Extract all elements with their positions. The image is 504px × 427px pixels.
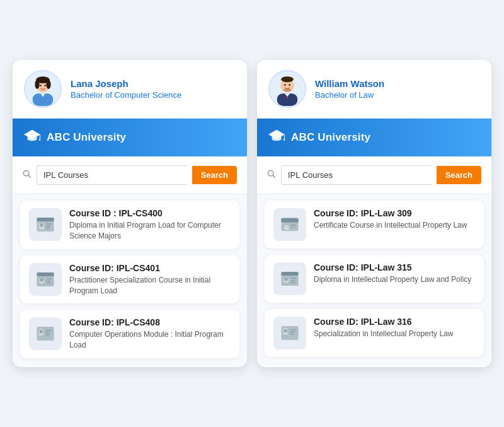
course-card[interactable]: Course ID: IPL-Law 315Diploma in Intelle… <box>265 255 484 303</box>
svg-rect-33 <box>45 334 50 336</box>
search-icon <box>23 170 32 180</box>
course-info: Course ID: IPL-CS408Computer Operations … <box>69 317 231 351</box>
svg-point-45 <box>284 139 285 141</box>
profile-header-right: William WatsonBachelor of Law <box>257 60 491 119</box>
svg-rect-54 <box>281 272 298 276</box>
course-id: Course ID: IPL-Law 315 <box>314 262 471 272</box>
search-button[interactable]: Search <box>192 166 237 184</box>
svg-rect-22 <box>37 272 54 276</box>
svg-point-56 <box>285 278 288 281</box>
course-id: Course ID : IPL-CS400 <box>69 208 231 218</box>
course-icon <box>29 317 62 350</box>
svg-line-47 <box>273 175 275 177</box>
svg-point-24 <box>40 278 43 281</box>
course-description: Computer Operations Module : Initial Pro… <box>69 329 231 351</box>
svg-point-30 <box>40 330 43 333</box>
course-list: Course ID : IPL-CS400Diploma in Initial … <box>13 194 247 367</box>
search-input[interactable] <box>281 165 432 185</box>
svg-rect-57 <box>291 278 297 279</box>
course-icon <box>273 208 306 241</box>
panel-right: William WatsonBachelor of Law ABC Univer… <box>257 60 491 367</box>
profile-name: Lana Joseph <box>71 78 181 89</box>
course-id: Course ID: IPL-Law 309 <box>314 208 467 218</box>
course-description: Diploma in Intellectual Property Law and… <box>314 274 471 285</box>
svg-rect-26 <box>47 280 51 281</box>
search-icon <box>267 170 276 180</box>
svg-rect-25 <box>47 278 52 279</box>
course-icon <box>273 262 306 295</box>
course-card[interactable]: Course ID: IPL-Law 309Certificate Course… <box>265 201 484 249</box>
course-info: Course ID: IPL-CS401Practitioner Special… <box>69 263 231 296</box>
panel-left: Lana JosephBachelor of Computer Science … <box>13 60 247 367</box>
course-card[interactable]: Course ID : IPL-CS400Diploma in Initial … <box>20 201 239 249</box>
svg-rect-51 <box>291 225 297 226</box>
search-bar: Search <box>13 156 247 194</box>
svg-rect-58 <box>291 280 295 281</box>
course-card[interactable]: Course ID: IPL-CS401Practitioner Special… <box>20 255 239 304</box>
course-icon <box>29 208 62 241</box>
course-description: Practitioner Specialization Course in In… <box>69 275 231 296</box>
course-card[interactable]: Course ID: IPL-Law 316Specialization in … <box>265 309 484 357</box>
svg-rect-18 <box>46 223 52 225</box>
svg-rect-32 <box>45 332 51 334</box>
svg-rect-65 <box>290 334 294 335</box>
svg-point-50 <box>284 225 290 231</box>
graduation-cap-icon <box>24 127 40 148</box>
profile-header-left: Lana JosephBachelor of Computer Science <box>13 60 247 119</box>
search-bar: Search <box>257 156 491 194</box>
svg-rect-20 <box>46 228 50 229</box>
svg-point-40 <box>289 84 290 86</box>
svg-rect-27 <box>47 283 52 284</box>
svg-line-13 <box>28 175 30 177</box>
search-input[interactable] <box>37 165 187 185</box>
svg-point-11 <box>39 139 40 141</box>
svg-rect-59 <box>291 282 296 283</box>
course-description: Diploma in Initial Program Load for Comp… <box>69 220 231 242</box>
svg-point-37 <box>281 76 294 82</box>
profile-degree: Bachelor of Computer Science <box>71 90 181 100</box>
course-info: Course ID : IPL-CS400Diploma in Initial … <box>69 208 231 242</box>
course-info: Course ID: IPL-Law 316Specialization in … <box>314 317 453 339</box>
avatar <box>24 70 62 108</box>
university-header: ABC University <box>257 119 491 156</box>
svg-rect-15 <box>37 218 54 221</box>
course-icon <box>273 317 306 349</box>
course-info: Course ID: IPL-Law 315Diploma in Intelle… <box>314 262 471 285</box>
svg-point-39 <box>284 84 286 86</box>
svg-point-5 <box>46 80 50 89</box>
university-header: ABC University <box>13 119 247 156</box>
svg-point-17 <box>40 223 43 226</box>
course-info: Course ID: IPL-Law 309Certificate Course… <box>314 208 467 231</box>
course-id: Course ID: IPL-CS401 <box>69 263 231 273</box>
svg-rect-52 <box>291 227 295 228</box>
profile-name: William Watson <box>315 78 384 89</box>
svg-point-6 <box>40 85 42 86</box>
profile-degree: Bachelor of Law <box>315 90 384 100</box>
svg-rect-64 <box>290 332 295 333</box>
university-name: ABC University <box>291 131 370 144</box>
svg-rect-49 <box>281 218 298 223</box>
course-description: Specialization in Intellectual Property … <box>314 329 453 339</box>
avatar <box>268 70 306 108</box>
svg-rect-63 <box>290 329 296 330</box>
main-container: Lana JosephBachelor of Computer Science … <box>13 60 491 367</box>
search-button[interactable]: Search <box>437 166 481 184</box>
course-id: Course ID: IPL-CS408 <box>69 317 231 327</box>
svg-point-7 <box>44 85 46 86</box>
course-id: Course ID: IPL-Law 316 <box>314 317 453 327</box>
course-list: Course ID: IPL-Law 309Certificate Course… <box>257 194 491 366</box>
svg-point-62 <box>284 329 287 332</box>
course-icon <box>29 263 62 296</box>
svg-rect-19 <box>46 226 51 227</box>
profile-info: Lana JosephBachelor of Computer Science <box>71 78 181 100</box>
svg-point-4 <box>35 80 39 89</box>
university-name: ABC University <box>47 131 126 144</box>
svg-rect-31 <box>45 330 52 331</box>
graduation-cap-icon <box>268 127 285 148</box>
course-card[interactable]: Course ID: IPL-CS408Computer Operations … <box>20 310 239 358</box>
profile-info: William WatsonBachelor of Law <box>315 78 384 100</box>
course-description: Certificate Course in Intellectual Prope… <box>314 220 467 231</box>
